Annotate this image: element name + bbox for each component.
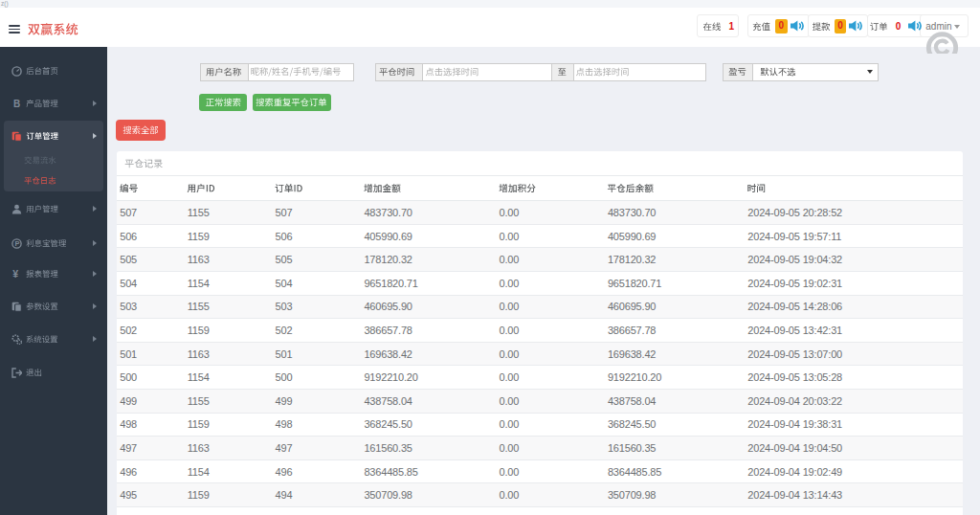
svg-text:P: P	[14, 239, 19, 248]
svg-text:B: B	[13, 99, 20, 109]
svg-text:¥: ¥	[12, 269, 18, 280]
